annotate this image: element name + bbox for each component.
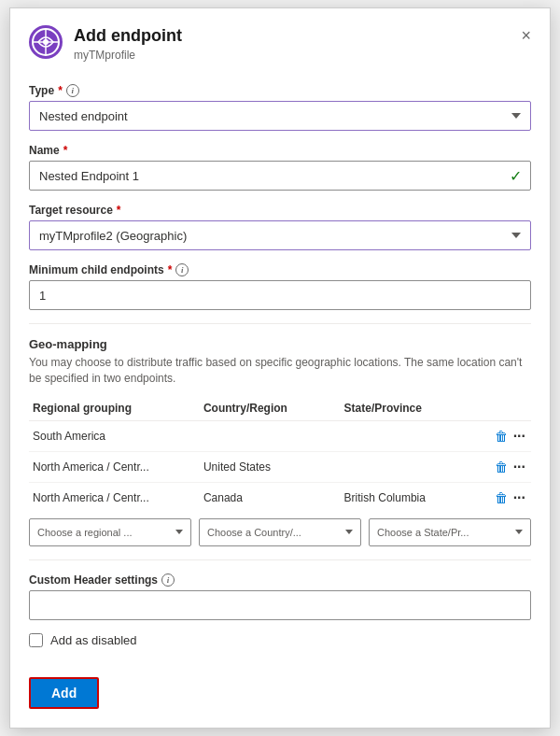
type-field-group: Type * i Nested endpoint — [29, 84, 531, 131]
type-info-icon[interactable]: i — [66, 84, 79, 97]
type-select[interactable]: Nested endpoint — [29, 101, 531, 131]
name-field-group: Name * ✓ — [29, 144, 531, 191]
dialog-header: Add endpoint myTMprofile × — [10, 8, 550, 71]
divider-2 — [29, 559, 531, 560]
regional-dropdown[interactable]: Choose a regional ... — [29, 518, 191, 546]
close-button[interactable]: × — [521, 27, 531, 44]
custom-header-section: Custom Header settings i — [29, 573, 531, 620]
row3-actions: 🗑 ··· — [481, 482, 531, 513]
col-header-country: Country/Region — [200, 396, 341, 421]
col-header-regional: Regional grouping — [29, 396, 200, 421]
dialog-footer: Add — [10, 666, 550, 728]
row1-regional: South America — [29, 420, 200, 451]
custom-header-label: Custom Header settings i — [29, 573, 531, 587]
title-group: Add endpoint myTMprofile — [74, 25, 521, 62]
row2-state — [341, 451, 482, 482]
row1-delete-icon[interactable]: 🗑 — [495, 429, 508, 444]
min-endpoints-input[interactable] — [29, 280, 531, 310]
row2-regional: North America / Centr... — [29, 451, 200, 482]
dialog-body: Type * i Nested endpoint Name * ✓ Target… — [10, 71, 550, 666]
custom-header-info-icon[interactable]: i — [161, 573, 175, 587]
target-required-marker: * — [117, 204, 121, 217]
geo-mapping-section: Geo-mapping You may choose to distribute… — [29, 337, 531, 546]
min-endpoints-required-marker: * — [168, 263, 173, 276]
dialog-title: Add endpoint — [74, 25, 521, 47]
table-row: North America / Centr... Canada British … — [29, 482, 531, 513]
row2-delete-icon[interactable]: 🗑 — [495, 460, 508, 474]
row1-action-icons: 🗑 ··· — [484, 429, 527, 444]
row3-action-icons: 🗑 ··· — [484, 490, 527, 505]
name-field-wrapper: ✓ — [29, 161, 531, 191]
type-label: Type * i — [29, 84, 531, 97]
min-endpoints-field-group: Minimum child endpoints * i — [29, 263, 531, 310]
row3-country: Canada — [200, 482, 341, 513]
divider-1 — [29, 323, 531, 324]
geo-mapping-table: Regional grouping Country/Region State/P… — [29, 396, 531, 513]
add-as-disabled-checkbox[interactable] — [29, 633, 43, 647]
row1-country — [200, 420, 341, 451]
row2-more-button[interactable]: ··· — [511, 460, 527, 474]
table-row: North America / Centr... United States 🗑… — [29, 451, 531, 482]
custom-header-input[interactable] — [29, 590, 531, 620]
target-select[interactable]: myTMprofile2 (Geographic) — [29, 220, 531, 250]
min-endpoints-info-icon[interactable]: i — [175, 263, 189, 276]
min-endpoints-label: Minimum child endpoints * i — [29, 263, 531, 276]
geo-table-header: Regional grouping Country/Region State/P… — [29, 396, 531, 421]
col-header-state: State/Province — [341, 396, 482, 421]
geo-add-row: Choose a regional ... Choose a Country/.… — [29, 518, 531, 546]
add-button[interactable]: Add — [29, 677, 99, 709]
row3-more-button[interactable]: ··· — [511, 490, 527, 505]
row1-actions: 🗑 ··· — [481, 420, 531, 451]
type-required-marker: * — [58, 84, 63, 97]
row3-regional: North America / Centr... — [29, 482, 200, 513]
dialog-icon — [29, 25, 63, 59]
row2-action-icons: 🗑 ··· — [484, 460, 527, 474]
name-label: Name * — [29, 144, 531, 157]
table-row: South America 🗑 ··· — [29, 420, 531, 451]
target-label: Target resource * — [29, 204, 531, 217]
row3-delete-icon[interactable]: 🗑 — [495, 490, 508, 505]
name-check-icon: ✓ — [510, 167, 522, 185]
country-dropdown[interactable]: Choose a Country/... — [199, 518, 361, 546]
geo-mapping-title: Geo-mapping — [29, 337, 531, 351]
state-dropdown[interactable]: Choose a State/Pr... — [369, 518, 531, 546]
row2-actions: 🗑 ··· — [481, 451, 531, 482]
target-field-group: Target resource * myTMprofile2 (Geograph… — [29, 204, 531, 250]
name-input[interactable] — [29, 161, 531, 191]
geo-table-body: South America 🗑 ··· North America / Cent — [29, 420, 531, 513]
dialog-subtitle: myTMprofile — [74, 49, 521, 62]
name-required-marker: * — [63, 144, 68, 157]
add-as-disabled-row: Add as disabled — [29, 633, 531, 647]
add-as-disabled-label: Add as disabled — [50, 633, 137, 647]
geo-mapping-desc: You may choose to distribute traffic bas… — [29, 355, 531, 387]
col-header-actions — [481, 396, 531, 421]
row2-country: United States — [200, 451, 341, 482]
add-endpoint-dialog: Add endpoint myTMprofile × Type * i Nest… — [9, 7, 551, 729]
row1-more-button[interactable]: ··· — [511, 429, 527, 444]
row3-state: British Columbia — [341, 482, 482, 513]
row1-state — [341, 420, 482, 451]
